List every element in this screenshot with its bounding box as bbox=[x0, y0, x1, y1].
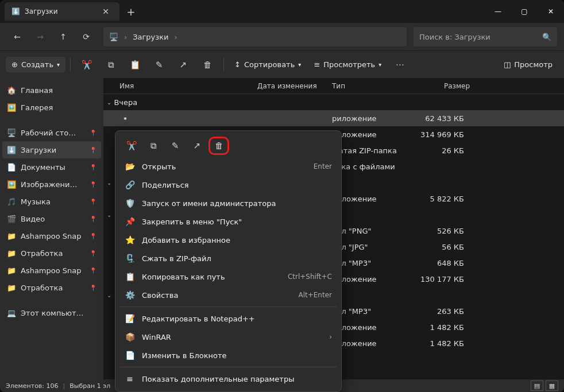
context-menu-item[interactable]: 📄 Изменить в Блокноте bbox=[119, 346, 338, 364]
details-panel-label: Просмотр bbox=[514, 60, 553, 69]
search-icon: 🔍 bbox=[542, 33, 551, 41]
sidebar: 🏠 Главная 🖼️ Галерея 🖥️ Рабочий сто… 📍 ⬇… bbox=[0, 78, 103, 379]
close-tab-icon[interactable]: ✕ bbox=[98, 3, 114, 20]
rename-button[interactable]: ✎ bbox=[148, 55, 171, 75]
file-size: 62 433 КБ bbox=[412, 114, 470, 123]
share-button[interactable]: ↗ bbox=[172, 55, 195, 75]
details-view-button[interactable]: ▤ bbox=[531, 381, 543, 391]
sidebar-item[interactable]: 🖥️ Рабочий сто… 📍 bbox=[2, 124, 101, 141]
close-window-button[interactable]: ✕ bbox=[538, 0, 564, 23]
create-label: Создать bbox=[21, 60, 53, 69]
sidebar-item-label: Главная bbox=[21, 86, 53, 95]
pin-icon: 📍 bbox=[90, 285, 96, 291]
sidebar-item[interactable]: 📁 Ashampoo Snap 📍 bbox=[2, 262, 101, 279]
menu-item-icon: 🗜️ bbox=[125, 253, 135, 263]
sidebar-item[interactable]: 🏠 Главная bbox=[2, 81, 101, 99]
pin-icon: 📍 bbox=[90, 267, 96, 274]
context-menu: ✂️ ⧉ ✎ ↗ 🗑 📂 Открыть Enter 🔗 Поделиться … bbox=[115, 130, 342, 392]
window-controls: — ▢ ✕ bbox=[485, 0, 564, 23]
context-menu-item[interactable]: 📋 Копировать как путь Ctrl+Shift+C bbox=[119, 267, 338, 286]
sidebar-item[interactable]: 📄 Документы 📍 bbox=[2, 158, 101, 176]
back-button[interactable]: ← bbox=[7, 26, 28, 47]
file-size: 5 822 КБ bbox=[412, 195, 470, 203]
context-menu-item[interactable]: 📌 Закрепить в меню "Пуск" bbox=[119, 212, 338, 231]
column-headers: Имя Дата изменения Тип Размер bbox=[103, 78, 564, 94]
ctx-copy-button[interactable]: ⧉ bbox=[143, 137, 164, 155]
tab-downloads[interactable]: ⬇️ Загрузки ✕ bbox=[5, 2, 119, 21]
download-icon: ⬇️ bbox=[11, 7, 20, 15]
pin-icon: 📍 bbox=[90, 181, 96, 188]
col-size[interactable]: Размер bbox=[412, 82, 470, 90]
plus-circle-icon: ⊕ bbox=[11, 60, 18, 69]
sidebar-item-label: Загрузки bbox=[21, 146, 56, 154]
context-menu-item[interactable]: ≡ Показать дополнительные параметры bbox=[119, 370, 338, 388]
sort-button[interactable]: ↕ Сортировать ▾ bbox=[229, 55, 307, 75]
cut-button[interactable]: ✂️ bbox=[75, 55, 98, 75]
ctx-rename-button[interactable]: ✎ bbox=[165, 137, 186, 155]
file-icon: ▫️ bbox=[119, 114, 131, 123]
context-menu-item[interactable]: 🔗 Поделиться bbox=[119, 176, 338, 194]
sidebar-item[interactable]: 🖼️ Изображени… 📍 bbox=[2, 176, 101, 193]
ctx-delete-button[interactable]: 🗑 bbox=[208, 137, 229, 155]
col-name[interactable]: Имя bbox=[119, 82, 257, 90]
menu-item-label: Поделиться bbox=[142, 181, 189, 189]
create-button[interactable]: ⊕ Создать ▾ bbox=[6, 57, 65, 72]
file-type: айл "PNG" bbox=[332, 227, 412, 235]
pin-icon: 📍 bbox=[90, 250, 96, 257]
pin-icon: 📍 bbox=[90, 147, 96, 153]
toolbar: ⊕ Создать ▾ ✂️ ⧉ 📋 ✎ ↗ 🗑 ↕ Сортировать ▾… bbox=[0, 51, 564, 78]
sidebar-item[interactable]: 📁 Ashampoo Snap 📍 bbox=[2, 227, 101, 244]
chevron-down-icon: ⌄ bbox=[107, 212, 111, 218]
pin-icon: 📍 bbox=[90, 216, 96, 222]
file-size: 526 КБ bbox=[412, 227, 470, 235]
sidebar-item[interactable]: 🖼️ Галерея bbox=[2, 99, 101, 116]
file-type: айл "MP3" bbox=[332, 259, 412, 267]
file-row[interactable]: ▫️ риложение 62 433 КБ bbox=[103, 110, 564, 126]
group-header[interactable]: ⌄ Вчера bbox=[103, 94, 564, 110]
menu-item-icon: ⭐ bbox=[125, 235, 135, 245]
context-menu-item[interactable]: ⭐ Добавить в избранное bbox=[119, 231, 338, 249]
file-size: 263 КБ bbox=[412, 307, 470, 316]
context-menu-item[interactable]: 📝 Редактировать в Notepad++ bbox=[119, 309, 338, 328]
menu-item-shortcut: Ctrl+Shift+C bbox=[288, 273, 332, 281]
file-type: риложение bbox=[332, 114, 412, 123]
paste-button[interactable]: 📋 bbox=[123, 55, 146, 75]
context-menu-item[interactable]: 📦 WinRAR › bbox=[119, 328, 338, 346]
new-tab-button[interactable]: + bbox=[123, 3, 139, 20]
computer-icon: 🖥️ bbox=[109, 33, 118, 41]
breadcrumb[interactable]: 🖥️ › Загрузки › bbox=[103, 27, 407, 46]
thumbnail-view-button[interactable]: ▦ bbox=[546, 381, 558, 391]
sidebar-item[interactable]: 🎬 Видео 📍 bbox=[2, 210, 101, 227]
sidebar-item[interactable]: 🎵 Музыка 📍 bbox=[2, 193, 101, 210]
details-panel-button[interactable]: ◫ Просмотр bbox=[498, 55, 558, 75]
sidebar-item-label: Рабочий сто… bbox=[21, 129, 76, 137]
ctx-cut-button[interactable]: ✂️ bbox=[121, 137, 142, 155]
menu-item-icon: ⚙️ bbox=[125, 290, 135, 300]
menu-item-label: Сжать в ZIP-файл bbox=[142, 254, 211, 263]
file-size: 1 482 КБ bbox=[412, 339, 470, 348]
maximize-button[interactable]: ▢ bbox=[511, 0, 538, 23]
up-button[interactable]: ↑ bbox=[53, 26, 74, 47]
copy-button[interactable]: ⧉ bbox=[99, 55, 122, 75]
sidebar-item[interactable]: 📁 Отработка 📍 bbox=[2, 279, 101, 296]
context-menu-item[interactable]: 🗜️ Сжать в ZIP-файл bbox=[119, 249, 338, 267]
context-menu-item[interactable]: 📂 Открыть Enter bbox=[119, 157, 338, 176]
sidebar-item[interactable]: 📁 Отработка 📍 bbox=[2, 244, 101, 262]
delete-button[interactable]: 🗑 bbox=[196, 55, 219, 75]
context-menu-item[interactable]: ⚙️ Свойства Alt+Enter bbox=[119, 286, 338, 304]
forward-button[interactable]: → bbox=[30, 26, 51, 47]
context-menu-item[interactable]: 🛡️ Запуск от имени администратора bbox=[119, 194, 338, 212]
ctx-share-button[interactable]: ↗ bbox=[187, 137, 207, 155]
view-icon: ≡ bbox=[314, 60, 320, 69]
more-button[interactable]: ⋯ bbox=[388, 55, 411, 75]
minimize-button[interactable]: — bbox=[485, 0, 511, 23]
sidebar-item[interactable]: 💻 Этот компьют… bbox=[2, 304, 101, 321]
view-button[interactable]: ≡ Просмотреть ▾ bbox=[308, 55, 387, 75]
col-date[interactable]: Дата изменения bbox=[257, 82, 332, 90]
sidebar-item[interactable]: ⬇️ Загрузки 📍 bbox=[2, 141, 101, 158]
chevron-right-icon: › bbox=[329, 333, 332, 341]
search-input[interactable]: Поиск в: Загрузки 🔍 bbox=[414, 27, 557, 46]
refresh-button[interactable]: ⟳ bbox=[76, 26, 96, 47]
col-type[interactable]: Тип bbox=[332, 82, 412, 90]
divider bbox=[223, 58, 224, 72]
